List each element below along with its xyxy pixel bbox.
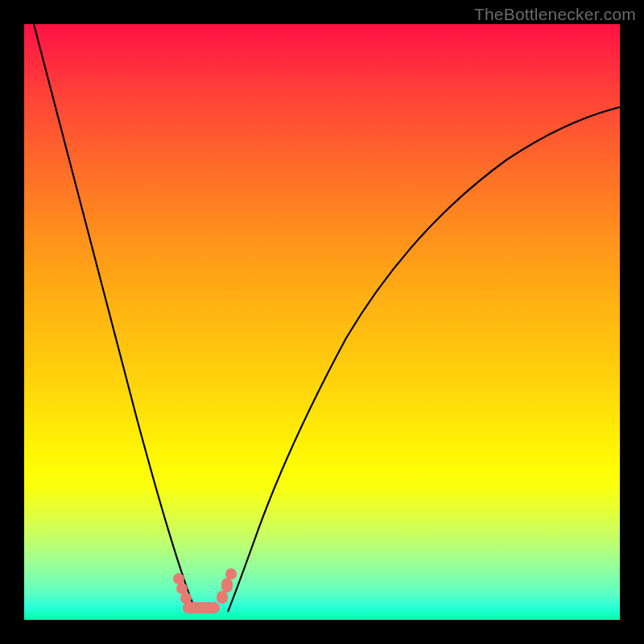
attribution-text: TheBottlenecker.com — [474, 5, 636, 24]
valley-pill — [221, 578, 233, 592]
curve-right-branch — [228, 107, 620, 612]
valley-pill-bottom — [183, 602, 220, 613]
valley-pill — [225, 568, 237, 580]
valley-marker-group — [173, 568, 237, 615]
curve-left-branch — [34, 24, 197, 613]
chart-plot-area — [24, 24, 620, 620]
bottleneck-curve — [24, 24, 620, 620]
valley-pill — [217, 591, 228, 604]
